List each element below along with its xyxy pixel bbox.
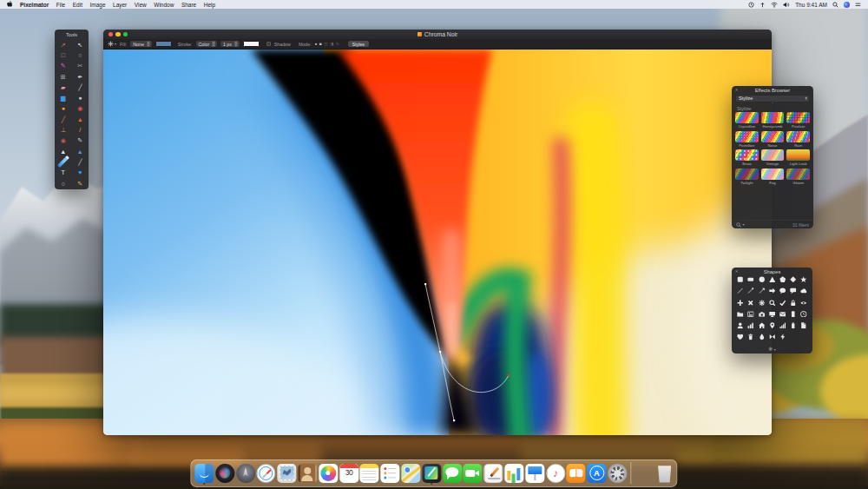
shape-line-dot[interactable] [746,287,756,294]
shape-bolt[interactable] [778,334,788,340]
document-canvas[interactable] [103,50,772,435]
effect-honeycomb[interactable]: Honeycomb [761,112,785,129]
tool-draw[interactable]: ✎ [72,135,89,146]
keyboard-brightness-icon[interactable] [760,2,766,8]
tool-clone-stamp[interactable]: ⊥ [55,124,72,135]
menu-share[interactable]: Share [181,2,196,8]
mode-circle-icon[interactable]: ● [315,42,318,46]
shape-camera[interactable] [756,311,766,318]
dock-appstore[interactable] [587,464,606,483]
dock-trash[interactable] [656,464,674,483]
shape-bar-chart[interactable] [746,322,756,329]
shape-clock[interactable] [799,311,809,318]
shape-pentagon[interactable] [778,276,788,283]
window-titlebar[interactable]: Chroma Noir [103,30,772,39]
shape-star[interactable] [799,276,809,283]
dock-desktop-stack[interactable] [635,464,654,483]
styles-button[interactable]: Styles [348,41,369,48]
shape-rounded-rect[interactable] [746,276,756,283]
effect-noise[interactable]: Noise [761,131,785,148]
tool-eyedropper[interactable]: ✎ [72,178,89,188]
time-machine-icon[interactable] [748,2,754,8]
dock-siri[interactable] [215,464,234,483]
shape-triangle[interactable] [766,276,777,283]
volume-icon[interactable] [783,2,790,8]
dock-calendar[interactable]: 30 [339,464,358,483]
dock-notes[interactable] [360,464,379,483]
shape-person[interactable] [735,322,746,329]
shape-line-arrow[interactable] [756,287,766,294]
tool-crop[interactable]: ⊞ [55,71,72,82]
shape-display[interactable] [766,311,777,318]
fill-dropdown[interactable]: None▲▼ [130,41,151,48]
effect-light-leak[interactable]: Light Leak [786,149,810,166]
dock-photos[interactable] [319,464,338,483]
menu-edit[interactable]: Edit [73,2,82,8]
effect-fog[interactable]: Fog [761,169,785,185]
menu-view[interactable]: View [135,2,147,8]
menu-layer[interactable]: Layer [113,2,127,8]
tool-type[interactable]: T [55,168,72,178]
shape-square-bubble[interactable] [788,287,799,294]
shape-home[interactable] [756,322,766,329]
shape-folder[interactable] [735,311,746,318]
effect-crystallize[interactable]: Crystallize [735,112,759,129]
shape-mail[interactable] [778,311,788,318]
tool-paint[interactable]: ▆ [55,92,72,102]
apple-menu-icon[interactable] [7,1,13,8]
shape-magnifier[interactable] [766,300,777,307]
shape-checkmark[interactable] [778,300,788,307]
shape-plus[interactable] [735,300,746,307]
tool-smudge[interactable]: ● [55,103,72,114]
dock-messages[interactable] [443,464,462,483]
shape-line[interactable] [735,287,746,294]
tool-small-pen[interactable]: ╱ [72,156,89,167]
dock-pixelmator[interactable] [422,464,441,483]
dock-facetime[interactable] [464,464,483,483]
tool-needle[interactable]: / [72,124,89,135]
dock-maps[interactable] [401,464,420,483]
shape-diamond[interactable] [788,276,799,283]
wifi-icon[interactable] [771,2,778,8]
dock-contacts[interactable] [298,464,317,483]
tool-eye[interactable]: ◉ [55,135,72,146]
dock-safari[interactable] [257,464,276,483]
menu-file[interactable]: File [56,2,65,8]
shapes-gear-icon[interactable] [768,347,773,352]
shape-battery[interactable] [788,322,799,329]
fill-color-swatch[interactable] [155,41,172,48]
tool-pen-stroke[interactable]: ✎ [55,61,72,71]
tool-ellipse-select[interactable]: ○ [72,50,89,60]
shape-eye[interactable] [799,300,809,307]
menubar-clock[interactable]: Thu 9:41 AM [795,2,827,8]
tool-slice[interactable]: ✒ [72,71,89,82]
tool-line[interactable]: ╱ [72,82,89,92]
tool-shape[interactable]: ♥ [72,168,89,178]
dock-itunes[interactable] [546,464,565,483]
dock-finder[interactable] [194,464,214,483]
shape-round-bubble[interactable] [778,287,788,294]
effect-vintage[interactable]: Vintage [761,149,785,166]
shape-map-pin[interactable] [766,322,777,329]
shape-gear[interactable] [756,300,766,307]
tool-zoom[interactable]: ○ [55,178,72,188]
shape-image[interactable] [746,311,756,318]
shape-cross[interactable] [746,300,756,307]
shape-signal[interactable] [778,322,788,329]
dock-ibooks[interactable] [567,464,586,483]
dock-pages[interactable] [483,464,503,483]
effect-twilight[interactable]: Twilight [735,169,759,185]
stroke-width-stepper[interactable]: 1 px▲▼ [220,41,240,48]
spotlight-icon[interactable] [832,2,838,8]
shape-circle[interactable] [756,276,766,283]
tool-paint-brush[interactable] [55,156,72,167]
tool-rect-select[interactable]: □ [55,50,72,60]
shape-butterfly[interactable] [766,334,777,340]
dock-reminders[interactable] [381,464,400,483]
effect-pointillize[interactable]: Pointillize [735,131,759,148]
menu-window[interactable]: Window [154,2,174,8]
shape-lock[interactable] [788,300,799,307]
mode-subtract-icon[interactable]: ◨ [330,42,333,46]
menu-help[interactable]: Help [204,2,215,8]
mode-square-icon[interactable]: ■ [319,42,322,46]
